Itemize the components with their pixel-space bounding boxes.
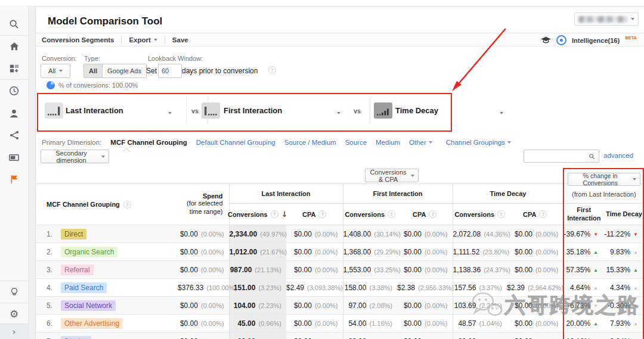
lookback-suffix-label: days prior to conversion — [182, 67, 258, 75]
help-icon[interactable]: ? — [497, 210, 505, 218]
selected-tab-notch — [122, 148, 130, 155]
sidebar-item-admin[interactable]: ⚙ — [0, 303, 28, 325]
date-range-picker[interactable] — [574, 13, 639, 26]
metric-value: 987.00 — [230, 266, 252, 274]
channel-chip[interactable]: Social Network — [61, 300, 116, 311]
change-arrow-icon: ▼ — [633, 232, 638, 237]
toolbar-divider — [121, 36, 122, 43]
dimension-tab-source[interactable]: Source — [345, 139, 367, 146]
save-button[interactable]: Save — [172, 36, 188, 43]
help-icon[interactable]: ? — [388, 210, 395, 218]
help-icon[interactable]: ? — [271, 210, 278, 218]
metric-value: $0.00 — [515, 301, 532, 310]
li-cpa-header[interactable]: CPA? — [286, 204, 343, 225]
metric-value: $0.00 — [180, 301, 198, 310]
channel-groupings-dropdown[interactable]: Channel Groupings — [446, 139, 511, 146]
metric-value: 45.00 — [237, 319, 255, 328]
graduation-cap-icon — [541, 36, 551, 44]
metric-percent: (0.00%) — [201, 248, 224, 256]
metric-value: $0.00 — [180, 319, 198, 328]
metric-value: $0.00 — [515, 230, 532, 238]
group-header-first-interaction: First Interaction — [343, 184, 453, 204]
help-icon[interactable]: ? — [318, 210, 326, 218]
sidebar-collapse-toggle[interactable]: › — [0, 324, 28, 339]
export-button[interactable]: Export — [129, 36, 157, 43]
chevron-down-icon[interactable] — [337, 112, 340, 114]
chevron-down-icon[interactable] — [168, 112, 172, 114]
metric-cell: $0.00(0.00%) — [178, 315, 229, 332]
help-icon[interactable]: ? — [429, 210, 436, 218]
channel-cell: 1.Direct — [36, 225, 178, 243]
metric-selector-dropdown[interactable]: Conversions & CPA — [365, 169, 419, 182]
channel-chip[interactable]: Paid Search — [61, 282, 107, 293]
model-selector-2[interactable]: First Interaction — [224, 106, 282, 115]
sort-descending-icon[interactable]: ↓ — [281, 210, 288, 219]
model-selector-1[interactable]: Last Interaction — [66, 106, 123, 115]
person-icon — [8, 108, 20, 119]
metric-value: $0.00 — [294, 319, 312, 328]
help-icon[interactable]: ? — [539, 210, 547, 218]
sidebar-item-customization[interactable] — [0, 58, 28, 79]
channel-chip[interactable]: Referral — [61, 265, 94, 275]
sidebar-item-acquisition[interactable] — [0, 125, 28, 146]
channel-chip[interactable]: Other Advertising — [61, 318, 123, 329]
metric-value: $0.00 — [404, 319, 422, 328]
conversion-segments-button[interactable]: Conversion Segments — [42, 36, 114, 43]
dimension-tab-default-channel-grouping[interactable]: Default Channel Grouping — [196, 139, 275, 146]
row-rank: 4. — [47, 284, 52, 292]
fi-conversions-header[interactable]: Conversions? — [343, 204, 397, 225]
td-conversions-header[interactable]: Conversions? — [453, 204, 507, 225]
metric-percent: (0.00%) — [315, 320, 338, 327]
metric-cell: $376.33(100.00%) — [178, 279, 229, 297]
model-selector-3[interactable]: Time Decay — [395, 106, 438, 115]
table-search-button[interactable] — [585, 150, 599, 163]
channel-chip[interactable]: Organic Search — [61, 247, 117, 257]
sidebar-item-search[interactable] — [0, 13, 28, 35]
table-search-input[interactable] — [524, 150, 586, 163]
pct-change-cell: 57.35%▲ — [564, 261, 604, 279]
sidebar-item-audience[interactable] — [0, 102, 28, 124]
time-decay-model-icon — [374, 102, 392, 119]
dimension-tab-other[interactable]: Other — [409, 139, 432, 146]
metric-percent: (0.00%) — [535, 266, 559, 273]
secondary-dimension-button[interactable]: Secondary dimension — [41, 150, 109, 163]
channel-chip[interactable]: Display — [61, 336, 91, 339]
pct-change-value: 9.83% — [610, 248, 630, 256]
channel-column-header[interactable]: MCF Channel Grouping? — [36, 184, 178, 225]
metric-cell: 1,012.00(21.67%) — [229, 243, 286, 261]
dimension-tab-medium[interactable]: Medium — [376, 139, 400, 146]
sidebar-item-discover[interactable] — [0, 281, 28, 303]
dimension-tab-source-medium[interactable]: Source / Medium — [284, 139, 336, 146]
help-icon[interactable]: ? — [123, 201, 131, 209]
conversion-select[interactable]: All — [41, 64, 70, 78]
chevron-down-icon[interactable] — [500, 112, 503, 114]
sidebar-item-conversions[interactable] — [0, 169, 28, 190]
li-conversions-header[interactable]: Conversions?↓ — [229, 204, 286, 225]
change-arrow-icon: ▼ — [633, 303, 638, 309]
chevron-right-icon: › — [13, 328, 16, 336]
pct-change-dropdown[interactable]: % change in Conversions — [568, 173, 640, 186]
metric-cell: $0.00(0.00%) — [286, 225, 343, 243]
primary-dimension-label: Primary Dimension: — [42, 139, 101, 146]
fi-cpa-header[interactable]: CPA? — [397, 204, 453, 225]
pct-change-value: 4.34% — [610, 284, 630, 292]
metric-value: $0.00 — [404, 230, 422, 238]
lookback-set-label: Set — [146, 67, 157, 75]
type-toggle-google-ads[interactable]: Google Ads — [103, 64, 146, 77]
metric-percent: (3.37%) — [479, 284, 502, 291]
sidebar-item-realtime[interactable] — [0, 80, 28, 101]
metric-cell: 39.23(0.84%) — [453, 332, 507, 339]
channel-cell: 3.Referral — [36, 261, 178, 279]
dimension-tab-mcf-channel-grouping[interactable]: MCF Channel Grouping — [110, 139, 187, 146]
channel-chip[interactable]: Direct — [61, 229, 86, 240]
lookback-days-input[interactable] — [158, 64, 182, 78]
help-icon[interactable]: ? — [268, 66, 276, 74]
pct-change-header-area: % change in Conversions (from Last Inter… — [564, 184, 644, 204]
td-cpa-header[interactable]: CPA? — [507, 204, 564, 225]
advanced-link[interactable]: advanced — [603, 152, 633, 159]
sidebar-item-behavior[interactable] — [0, 147, 28, 168]
row-rank: 1. — [47, 230, 52, 238]
type-toggle-all[interactable]: All — [84, 64, 103, 77]
sidebar-item-home[interactable] — [0, 36, 28, 57]
intelligence-badge[interactable]: Intelligence(16) BETA — [541, 33, 637, 47]
